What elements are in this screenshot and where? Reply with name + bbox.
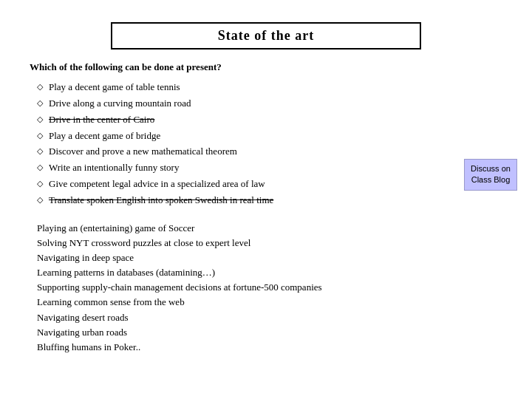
diamond-icon: ◇ bbox=[37, 162, 43, 174]
bullet-text: Play a decent game of bridge bbox=[49, 129, 160, 143]
discuss-line1: Discuss on bbox=[471, 164, 511, 173]
additional-item: Navigating in deep space bbox=[37, 250, 502, 265]
bullet-item: ◇Translate spoken English into spoken Sw… bbox=[37, 194, 502, 208]
bullet-text: Drive along a curving mountain road bbox=[49, 97, 191, 111]
diamond-icon: ◇ bbox=[37, 146, 43, 157]
bullet-item: ◇Discover and prove a new mathematical t… bbox=[37, 145, 502, 159]
question-text: Which of the following can be done at pr… bbox=[30, 61, 502, 73]
bullet-list: ◇Play a decent game of table tennis◇Driv… bbox=[30, 81, 502, 208]
diamond-icon: ◇ bbox=[37, 81, 43, 93]
bullet-text: Play a decent game of table tennis bbox=[49, 81, 180, 95]
bullet-item: ◇Write an intentionally funny story bbox=[37, 161, 502, 175]
diamond-icon: ◇ bbox=[37, 130, 43, 142]
diamond-icon: ◇ bbox=[37, 114, 43, 126]
bullet-text: Translate spoken English into spoken Swe… bbox=[49, 194, 273, 208]
additional-item: Navigating desert roads bbox=[37, 310, 502, 325]
additional-item: Bluffing humans in Poker.. bbox=[37, 340, 502, 355]
additional-item: Learning common sense from the web bbox=[37, 295, 502, 310]
diamond-icon: ◇ bbox=[37, 98, 43, 109]
bullet-text: Discover and prove a new mathematical th… bbox=[49, 145, 237, 159]
bullet-item: ◇Give competent legal advice in a specia… bbox=[37, 177, 502, 191]
discuss-line2: Class Blog bbox=[471, 175, 511, 184]
additional-item: Playing an (entertaining) game of Soccer bbox=[37, 221, 502, 236]
discuss-on-class-blog-button[interactable]: Discuss on Class Blog bbox=[464, 159, 517, 191]
bullet-text: Write an intentionally funny story bbox=[49, 161, 179, 175]
diamond-icon: ◇ bbox=[37, 178, 43, 190]
bullet-text: Give competent legal advice in a special… bbox=[49, 177, 265, 191]
additional-item: Solving NYT crossword puzzles at close t… bbox=[37, 236, 502, 250]
diamond-icon: ◇ bbox=[37, 194, 43, 206]
additional-item: Learning patterns in databases (datamini… bbox=[37, 265, 502, 280]
additional-item: Supporting supply-chain management decis… bbox=[37, 280, 502, 295]
additional-item: Navigating urban roads bbox=[37, 325, 502, 340]
bullet-item: ◇Drive along a curving mountain road bbox=[37, 97, 502, 111]
bullet-text: Drive in the center of Cairo bbox=[49, 113, 154, 127]
bullet-item: ◇Play a decent game of table tennis bbox=[37, 81, 502, 95]
slide-title: State of the art bbox=[111, 22, 421, 50]
bullet-item: ◇Play a decent game of bridge bbox=[37, 129, 502, 143]
bullet-item: ◇Drive in the center of Cairo bbox=[37, 113, 502, 127]
additional-list: Playing an (entertaining) game of Soccer… bbox=[30, 221, 502, 355]
slide-container: State of the art Which of the following … bbox=[15, 15, 517, 362]
